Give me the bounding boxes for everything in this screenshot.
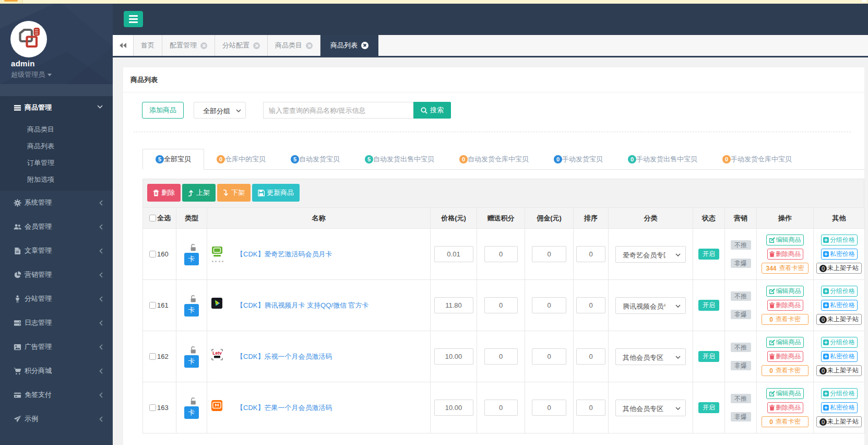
delete-product-button[interactable]: 删除商品 bbox=[767, 402, 803, 413]
sidebar-item-log-mgmt[interactable]: 日志管理 bbox=[0, 311, 113, 335]
edit-product-button[interactable]: 编辑商品 bbox=[766, 286, 804, 297]
close-icon[interactable] bbox=[306, 42, 313, 49]
status-toggle-button[interactable]: 开启 bbox=[698, 249, 719, 260]
marketing-tag-norecommend[interactable]: 不推 bbox=[731, 240, 751, 250]
sidebar-item-ad-mgmt[interactable]: 广告管理 bbox=[0, 335, 113, 359]
nav-tab-substation[interactable]: 分站配置 bbox=[215, 35, 268, 56]
sort-input[interactable] bbox=[576, 297, 605, 313]
marketing-tag-norecommend[interactable]: 不推 bbox=[731, 394, 751, 403]
nav-tab-home[interactable]: 首页 bbox=[134, 35, 162, 56]
delete-product-button[interactable]: 删除商品 bbox=[767, 351, 803, 362]
sidebar-item-product-mgmt[interactable]: 商品管理 bbox=[0, 96, 113, 119]
tab-manual-ship-warehouse[interactable]: 0手动发货仓库中宝贝 bbox=[710, 149, 804, 170]
group-price-button[interactable]: 分组价格 bbox=[821, 286, 858, 297]
view-cards-button[interactable]: 344查看卡密 bbox=[762, 263, 808, 274]
commission-input[interactable] bbox=[532, 400, 566, 416]
search-input[interactable] bbox=[263, 102, 413, 119]
nav-tab-category[interactable]: 商品类目 bbox=[268, 35, 320, 56]
sidebar-item-system-mgmt[interactable]: 系统管理 bbox=[0, 191, 113, 215]
user-name[interactable]: admin bbox=[11, 59, 35, 68]
sidebar-item-product-list[interactable]: 商品列表 bbox=[0, 138, 113, 155]
sidebar-item-article-mgmt[interactable]: 文章管理 bbox=[0, 239, 113, 263]
nav-tab-product-list[interactable]: 商品列表 bbox=[320, 35, 378, 56]
delete-button[interactable]: 删除 bbox=[147, 184, 181, 202]
edit-product-button[interactable]: 编辑商品 bbox=[766, 388, 804, 399]
tab-manual-ship-selling[interactable]: 0手动发货出售中宝贝 bbox=[615, 149, 710, 170]
private-price-button[interactable]: 私密价格 bbox=[821, 351, 858, 362]
tab-warehouse-products[interactable]: 0仓库中的宝贝 bbox=[204, 149, 278, 170]
tab-all-products[interactable]: 5全部宝贝 bbox=[142, 149, 204, 170]
unpublish-button[interactable]: 下架 bbox=[217, 184, 251, 202]
marketing-tag-nothot[interactable]: 非爆 bbox=[731, 412, 751, 421]
update-products-button[interactable]: 更新商品 bbox=[252, 184, 300, 202]
status-toggle-button[interactable]: 开启 bbox=[698, 351, 719, 362]
points-input[interactable] bbox=[484, 297, 518, 313]
marketing-tag-nothot[interactable]: 非爆 bbox=[731, 310, 751, 319]
sidebar-item-product-category[interactable]: 商品类目 bbox=[0, 121, 113, 138]
view-cards-button[interactable]: 0查看卡密 bbox=[762, 314, 808, 325]
publish-button[interactable]: 上架 bbox=[182, 184, 216, 202]
edit-product-button[interactable]: 编辑商品 bbox=[766, 337, 804, 348]
tabs-rewind-button[interactable] bbox=[113, 35, 134, 56]
category-select[interactable]: 其他会员专区 bbox=[615, 348, 686, 365]
sidebar-item-order-mgmt[interactable]: 订单管理 bbox=[0, 155, 113, 171]
status-toggle-button[interactable]: 开启 bbox=[698, 402, 719, 413]
points-input[interactable] bbox=[484, 246, 518, 262]
sort-input[interactable] bbox=[576, 348, 605, 365]
marketing-tag-nothot[interactable]: 非爆 bbox=[731, 361, 751, 370]
marketing-tag-nothot[interactable]: 非爆 bbox=[731, 259, 751, 268]
offline-substation-button[interactable]: 0未上架子站 bbox=[816, 416, 862, 427]
row-checkbox[interactable] bbox=[149, 302, 156, 309]
edit-product-button[interactable]: 编辑商品 bbox=[766, 235, 804, 245]
product-name-link[interactable]: 【CDK】乐视一个月会员激活码 bbox=[236, 352, 332, 361]
status-toggle-button[interactable]: 开启 bbox=[698, 300, 719, 311]
row-checkbox[interactable] bbox=[149, 404, 156, 411]
product-name-link[interactable]: 【CDK】芒果一个月会员激活码 bbox=[236, 403, 332, 413]
marketing-tag-norecommend[interactable]: 不推 bbox=[731, 291, 751, 301]
sidebar-item-marketing-mgmt[interactable]: 营销管理 bbox=[0, 263, 113, 287]
row-checkbox[interactable] bbox=[149, 251, 156, 257]
offline-substation-button[interactable]: 0未上架子站 bbox=[816, 365, 862, 376]
delete-product-button[interactable]: 删除商品 bbox=[767, 300, 803, 311]
sort-input[interactable] bbox=[576, 246, 605, 262]
price-input[interactable] bbox=[434, 246, 473, 262]
sidebar-item-examples[interactable]: 示例 bbox=[0, 407, 113, 431]
commission-input[interactable] bbox=[532, 348, 566, 365]
commission-input[interactable] bbox=[532, 297, 566, 313]
sort-input[interactable] bbox=[576, 400, 605, 416]
commission-input[interactable] bbox=[532, 246, 566, 262]
delete-product-button[interactable]: 删除商品 bbox=[767, 249, 803, 260]
group-filter-select[interactable]: 全部分组 bbox=[194, 102, 246, 119]
points-input[interactable] bbox=[484, 400, 518, 416]
sidebar-item-points-mall[interactable]: 积分商城 bbox=[0, 359, 113, 383]
points-input[interactable] bbox=[484, 348, 518, 365]
sidebar-item-substation-mgmt[interactable]: 分站管理 bbox=[0, 287, 113, 311]
sidebar-item-member-mgmt[interactable]: 会员管理 bbox=[0, 215, 113, 239]
nav-tab-config[interactable]: 配置管理 bbox=[162, 35, 215, 56]
private-price-button[interactable]: 私密价格 bbox=[821, 249, 858, 260]
price-input[interactable] bbox=[434, 348, 473, 365]
sidebar-toggle-button[interactable] bbox=[124, 11, 143, 27]
view-cards-button[interactable]: 0查看卡密 bbox=[762, 365, 808, 376]
tab-manual-ship[interactable]: 0手动发货宝贝 bbox=[541, 149, 615, 170]
private-price-button[interactable]: 私密价格 bbox=[821, 300, 858, 311]
select-all-checkbox[interactable] bbox=[149, 215, 156, 221]
offline-substation-button[interactable]: 0未上架子站 bbox=[816, 263, 862, 274]
price-input[interactable] bbox=[434, 400, 473, 416]
offline-substation-button[interactable]: 0未上架子站 bbox=[816, 314, 862, 325]
close-icon[interactable] bbox=[361, 42, 368, 49]
search-button[interactable]: 搜索 bbox=[413, 102, 451, 119]
view-cards-button[interactable]: 0查看卡密 bbox=[762, 416, 808, 427]
user-role-dropdown[interactable]: 超级管理员 bbox=[11, 70, 52, 79]
tab-auto-ship-selling[interactable]: 5自动发货出售中宝贝 bbox=[352, 149, 447, 170]
group-price-button[interactable]: 分组价格 bbox=[821, 235, 858, 245]
private-price-button[interactable]: 私密价格 bbox=[821, 402, 858, 413]
close-icon[interactable] bbox=[200, 42, 207, 49]
tab-auto-ship[interactable]: 5自动发货宝贝 bbox=[278, 149, 352, 170]
avatar[interactable] bbox=[10, 21, 47, 57]
product-name-link[interactable]: 【CDK】爱奇艺激活码会员月卡 bbox=[236, 250, 332, 259]
row-checkbox[interactable] bbox=[149, 353, 156, 360]
product-name-link[interactable]: 【CDK】腾讯视频月卡 支持QQ/微信 官方卡 bbox=[236, 301, 369, 310]
sidebar-item-payment[interactable]: 免签支付 bbox=[0, 383, 113, 407]
price-input[interactable] bbox=[434, 297, 473, 313]
